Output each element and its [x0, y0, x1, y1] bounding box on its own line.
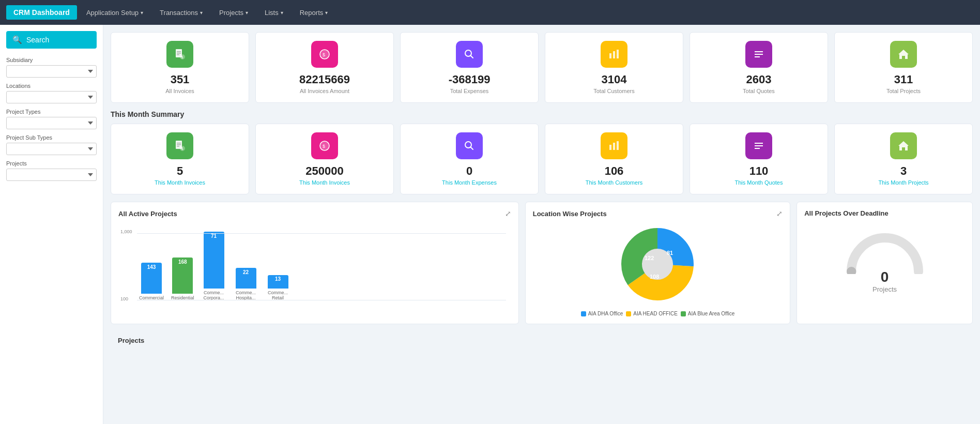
stat-number-2: -368199 [449, 73, 491, 86]
month-stat-label-0: This Month Invoices [155, 179, 205, 186]
month-stat-icon-4 [745, 132, 772, 159]
month-stat-number-5: 3 [900, 164, 907, 178]
active-projects-chart: All Active Projects ⤢ 1,000 100 143 Comm… [111, 202, 519, 324]
legend-dot-blue [681, 311, 686, 316]
search-bar[interactable]: 🔍 Search [6, 31, 97, 49]
subsidiary-label: Subsidiary [6, 57, 97, 63]
sidebar-filter-project-sub-types: Project Sub Types [6, 134, 97, 155]
legend-dot-head [626, 311, 631, 316]
svg-marker-16 [898, 50, 909, 59]
stat-icon-3 [601, 41, 627, 68]
month-summary-title: This Month Summary [111, 110, 973, 118]
over-deadline-chart: All Projects Over Deadline 0 Projects [797, 202, 973, 324]
stat-label-5: Total Projects [886, 88, 921, 94]
bar-label: Comme... Hospita... [234, 290, 258, 300]
project-sub-types-select[interactable] [6, 143, 97, 155]
gauge-label: Projects [872, 285, 897, 293]
month-stat-icon-0: $ [166, 132, 193, 159]
y-axis-min: 100 [120, 296, 128, 301]
legend-head: AIA HEAD OFFICE [626, 311, 678, 316]
month-stat-number-4: 110 [749, 164, 769, 178]
charts-row: All Active Projects ⤢ 1,000 100 143 Comm… [111, 202, 973, 324]
bar-value: 13 [268, 275, 288, 289]
chart-header-deadline: All Projects Over Deadline [804, 209, 965, 217]
over-deadline-title: All Projects Over Deadline [804, 209, 889, 217]
month-stat-card-2: 0 This Month Expenses [400, 124, 539, 194]
projects-select[interactable] [6, 169, 97, 181]
expand-icon-active[interactable]: ⤢ [505, 209, 511, 218]
svg-rect-10 [609, 53, 611, 58]
total-stat-card-4: 2603 Total Quotes [690, 32, 828, 103]
month-stats-row: $ 5 This Month Invoices $ 250000 This Mo… [111, 124, 973, 194]
sidebar-filter-subsidiary: Subsidiary [6, 57, 97, 78]
bar-value: 71 [204, 232, 224, 289]
bar-label: Comme... Corpora... [202, 290, 226, 300]
svg-rect-19 [177, 144, 181, 145]
subsidiary-select[interactable] [6, 65, 97, 78]
stat-icon-1: $ [311, 41, 338, 68]
search-label: Search [26, 36, 49, 44]
month-stat-label-2: This Month Expenses [442, 179, 497, 186]
sidebar-filter-projects: Projects [6, 160, 97, 181]
bar-value: 168 [172, 258, 193, 294]
month-stat-card-5: 3 This Month Projects [834, 124, 973, 194]
svg-rect-12 [617, 50, 619, 58]
total-stat-card-5: 311 Total Projects [834, 32, 973, 103]
svg-text:$: $ [323, 144, 325, 149]
main-layout: 🔍 Search Subsidiary Locations Project Ty… [0, 25, 980, 424]
bar-value: 143 [141, 263, 162, 294]
projects-section: Projects [111, 330, 973, 351]
nav-projects[interactable]: Projects ▾ [212, 6, 255, 20]
nav-lists[interactable]: Lists ▾ [257, 6, 290, 20]
pie-chart-svg: 122 81 108 [616, 223, 699, 306]
nav-application-setup[interactable]: Application Setup ▾ [79, 6, 150, 20]
svg-rect-27 [609, 145, 611, 150]
locations-label: Locations [6, 83, 97, 89]
locations-select[interactable] [6, 91, 97, 103]
month-stat-number-2: 0 [466, 164, 472, 178]
svg-rect-20 [177, 146, 179, 147]
gauge-area: 0 Projects [804, 222, 965, 298]
total-stat-card-0: $ 351 All Invoices [111, 32, 249, 103]
svg-marker-33 [898, 141, 909, 150]
month-stat-number-0: 5 [177, 164, 183, 178]
stat-label-4: Total Quotes [743, 88, 775, 94]
month-stat-icon-1: $ [311, 132, 338, 159]
stat-label-2: Total Expenses [450, 88, 489, 94]
svg-rect-11 [613, 51, 615, 58]
legend-dot-dha [581, 311, 586, 316]
svg-rect-3 [177, 54, 179, 55]
total-stat-card-3: 3104 Total Customers [545, 32, 683, 103]
project-types-label: Project Types [6, 109, 97, 115]
project-types-select[interactable] [6, 117, 97, 129]
stat-label-1: All Invoices Amount [300, 88, 349, 94]
gauge-value: 0 [881, 269, 889, 285]
legend-label-head: AIA HEAD OFFICE [633, 311, 678, 316]
nav-transactions[interactable]: Transactions ▾ [152, 6, 210, 20]
project-sub-types-label: Project Sub Types [6, 134, 97, 141]
month-stat-icon-2 [456, 132, 483, 159]
svg-text:$: $ [181, 147, 183, 150]
chevron-down-icon: ▾ [281, 10, 283, 16]
expand-icon-location[interactable]: ⤢ [776, 209, 783, 218]
chevron-down-icon: ▾ [200, 10, 203, 16]
chevron-down-icon: ▾ [141, 10, 143, 16]
month-stat-icon-5 [890, 132, 917, 159]
legend-dha: AIA DHA Office [581, 311, 623, 316]
stat-number-3: 3104 [602, 73, 627, 86]
projects-section-title: Projects [118, 337, 966, 344]
month-stat-label-1: This Month Invoices [299, 179, 350, 186]
bar-commercial: 143 Commercial [139, 263, 164, 300]
month-stat-card-0: $ 5 This Month Invoices [111, 124, 249, 194]
pie-label-dha: 81 [667, 250, 673, 256]
stat-label-0: All Invoices [165, 88, 194, 94]
stat-icon-2 [456, 41, 483, 68]
bar-retail: 13 Comme... Retail [266, 275, 290, 300]
brand-logo[interactable]: CRM Dashboard [6, 5, 77, 20]
bar-label: Comme... Retail [266, 290, 290, 300]
svg-text:$: $ [323, 52, 325, 57]
location-projects-chart: Location Wise Projects ⤢ [525, 202, 790, 324]
chart-header-location: Location Wise Projects ⤢ [533, 209, 783, 218]
chevron-down-icon: ▾ [325, 10, 328, 16]
nav-reports[interactable]: Reports ▾ [293, 6, 335, 20]
